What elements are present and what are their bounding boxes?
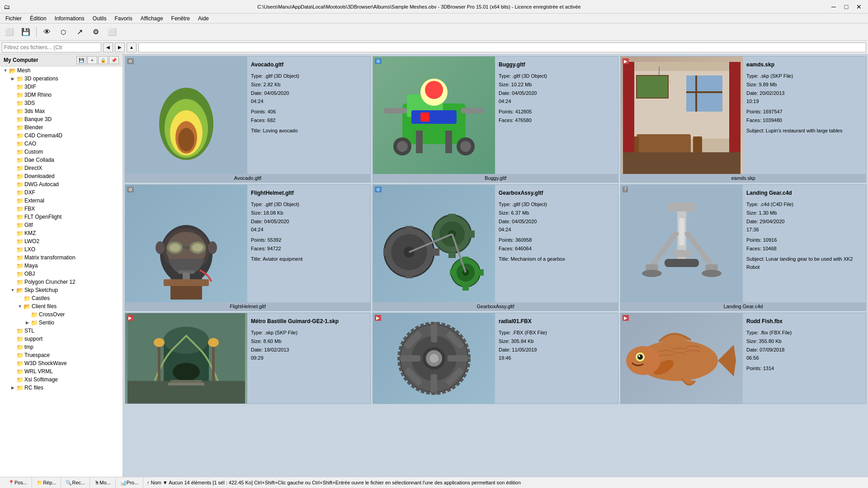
toolbar-btn-5[interactable]: ↗	[72, 25, 87, 39]
toolbar-btn-3[interactable]: 👁	[39, 25, 55, 39]
toolbar-btn-7[interactable]: ⬜	[104, 25, 120, 39]
menu-item-informations[interactable]: Informations	[51, 14, 88, 23]
status-tab-pro[interactable]: 📊 Pro...	[116, 477, 143, 488]
tree-item-polygoncruncher[interactable]: 📁 Polygon Cruncher 12	[0, 278, 123, 286]
grid-item-radial[interactable]: ▶	[373, 313, 618, 404]
toolbar-btn-1[interactable]: ⬜	[2, 25, 17, 39]
grid-item-buggy[interactable]: ⚙	[373, 56, 618, 183]
tree-item-3ds[interactable]: 📁 3DS	[0, 99, 123, 107]
grid-item-eamds[interactable]: ▶	[620, 56, 866, 183]
status-tab-mo[interactable]: 🖱 Mo...	[90, 477, 115, 488]
menu-item-outils[interactable]: Outils	[89, 14, 110, 23]
toggle-sentio[interactable]: ▶	[24, 319, 31, 326]
menu-item-aide[interactable]: Aide	[194, 14, 212, 23]
tree-item-3dops[interactable]: ▶ 📁 3D operations	[0, 75, 123, 83]
tree-item-custom[interactable]: 📁 Custom	[0, 148, 123, 156]
tree-item-rcfiles[interactable]: ▶ 📁 RC files	[0, 384, 123, 392]
toolbar-btn-6[interactable]: ⚙	[88, 25, 104, 39]
tree-item-c4d[interactable]: 📁 C4D Cinema4D	[0, 131, 123, 140]
info-ruddfish: Rudd Fish.fbx Type: .fbx (FBX File) Size…	[743, 313, 866, 404]
tree-item-cao[interactable]: 📁 CAO	[0, 140, 123, 148]
tree-item-lwo2[interactable]: 📁 LWO2	[0, 237, 123, 245]
addr-forward-btn[interactable]: ▶	[115, 42, 125, 52]
status-tab-pos[interactable]: 📍 Pos...	[4, 477, 32, 488]
tree-item-mesh[interactable]: ▼ 📂 Mesh	[0, 66, 123, 75]
faces-avocado: Faces: 682	[251, 116, 367, 125]
close-button[interactable]: ✕	[854, 2, 864, 11]
tree-item-dwgautocad[interactable]: 📁 DWG Autocad	[0, 180, 123, 188]
toggle-clientfiles[interactable]: ▼	[16, 303, 24, 310]
tree-item-gltf[interactable]: 📁 Gltf	[0, 221, 123, 229]
tree-item-matrix[interactable]: 📁 Matrix transformation	[0, 253, 123, 262]
menu-item-favoris[interactable]: Favoris	[111, 14, 136, 23]
tree-item-clientfiles[interactable]: ▼ 📂 Client files	[0, 302, 123, 310]
tree-item-fbx[interactable]: 📁 FBX	[0, 205, 123, 213]
tree-item-daecollada[interactable]: 📁 Dae Collada	[0, 156, 123, 164]
tree-item-w3d[interactable]: 📁 W3D ShockWave	[0, 359, 123, 367]
addr-up-btn[interactable]: ▲	[127, 42, 137, 52]
tree-label-3dops: 3D operations	[24, 75, 58, 82]
addr-back-btn[interactable]: ◀	[103, 42, 113, 52]
grid-item-ruddfish[interactable]: ▶	[620, 313, 866, 404]
sidebar-tool-lock[interactable]: 🔒	[98, 56, 108, 64]
tree-label-polygoncruncher: Polygon Cruncher 12	[24, 279, 75, 285]
tree-item-xsi[interactable]: 📁 Xsi Softimage	[0, 375, 123, 384]
filter-input[interactable]	[2, 42, 101, 52]
toggle-skp[interactable]: ▼	[9, 286, 16, 294]
tree-item-obj[interactable]: 📁 OBJ	[0, 270, 123, 278]
tree-item-tmp[interactable]: 📁 tmp	[0, 343, 123, 351]
grid-item-gearbox[interactable]: ⚙	[373, 184, 618, 311]
tree-item-sentio[interactable]: ▶ 📁 Sentio	[0, 319, 123, 327]
menu-item-édition[interactable]: Édition	[26, 14, 50, 23]
tree-item-external[interactable]: 📁 External	[0, 197, 123, 205]
svg-rect-101	[448, 355, 468, 361]
faces-eamds: Faces: 1039480	[746, 116, 862, 125]
tree-item-stl[interactable]: 📁 STL	[0, 327, 123, 335]
maximize-button[interactable]: □	[841, 2, 852, 11]
sidebar-tool-save[interactable]: 💾	[76, 56, 86, 64]
minimize-button[interactable]: ─	[828, 2, 839, 11]
grid-item-avocado[interactable]: ⚙ Avocado.gltf Type: .gltf (3D Object) S…	[125, 56, 371, 183]
tree-item-maya[interactable]: 📁 Maya	[0, 262, 123, 270]
toggle-mesh[interactable]: ▼	[2, 67, 9, 74]
svg-rect-55	[433, 249, 439, 256]
path-input[interactable]: C:\Users\Manu\AppData\Local\Mootools\3DB…	[138, 42, 866, 52]
tree-item-3dmrhino[interactable]: 📁 3DM Rhino	[0, 91, 123, 99]
tree-item-directx[interactable]: 📁 DirectX	[0, 164, 123, 172]
folder-icon-custom: 📁	[16, 148, 24, 155]
tree-item-support[interactable]: 📁 support	[0, 335, 123, 343]
fname-eamds: eamds.skp	[746, 60, 862, 69]
grid-item-landinggear[interactable]: ?	[620, 184, 866, 311]
toggle-3dops[interactable]: ▶	[9, 75, 16, 82]
toolbar-btn-2[interactable]: 💾	[18, 25, 33, 39]
toolbar-btn-4[interactable]: ⬡	[56, 25, 71, 39]
svg-point-113	[637, 354, 643, 360]
status-tab-rep[interactable]: 📁 Rép...	[32, 477, 61, 488]
tree-item-skp[interactable]: ▼ 📂 Skp Sketchup	[0, 286, 123, 294]
grid-item-metro[interactable]: ▶	[125, 313, 371, 404]
tree-item-lxo[interactable]: 📁 LXO	[0, 245, 123, 253]
tree-item-wrl[interactable]: 📁 WRL VRML	[0, 367, 123, 375]
menu-item-fichier[interactable]: Fichier	[2, 14, 25, 23]
tree-item-crossover[interactable]: 📁 CrossOver	[0, 310, 123, 319]
tree-label-crossover: CrossOver	[39, 311, 65, 318]
tree-item-dxf[interactable]: 📁 DXF	[0, 188, 123, 197]
sidebar-tool-pin[interactable]: 📌	[109, 56, 119, 64]
tree-item-banque3d[interactable]: 📁 Banque 3D	[0, 115, 123, 123]
tree-item-truespace[interactable]: 📁 Truespace	[0, 351, 123, 359]
tree-item-downloaded[interactable]: 📁 Downloaded	[0, 172, 123, 180]
menu-item-fenêtre[interactable]: Fenêtre	[168, 14, 193, 23]
tree-label-xsi: Xsi Softimage	[24, 376, 58, 383]
folder-icon-3dmrhino: 📁	[16, 91, 24, 99]
tree-item-kmz[interactable]: 📁 KMZ	[0, 229, 123, 237]
grid-item-flighthelmet[interactable]: ⚙	[125, 184, 371, 311]
tree-item-flt[interactable]: 📁 FLT OpenFlight	[0, 213, 123, 221]
status-tab-rec[interactable]: 🔍 Rec...	[61, 477, 90, 488]
toggle-rcfiles[interactable]: ▶	[9, 384, 16, 391]
tree-item-3dif[interactable]: 📁 3DIF	[0, 83, 123, 91]
tree-item-3dsmax[interactable]: 📁 3ds Max	[0, 107, 123, 115]
tree-item-blender[interactable]: 📁 Blender	[0, 123, 123, 131]
sidebar-tool-add[interactable]: +	[87, 56, 97, 64]
menu-item-affichage[interactable]: Affichage	[137, 14, 167, 23]
tree-item-castles[interactable]: 📁 Castles	[0, 294, 123, 302]
